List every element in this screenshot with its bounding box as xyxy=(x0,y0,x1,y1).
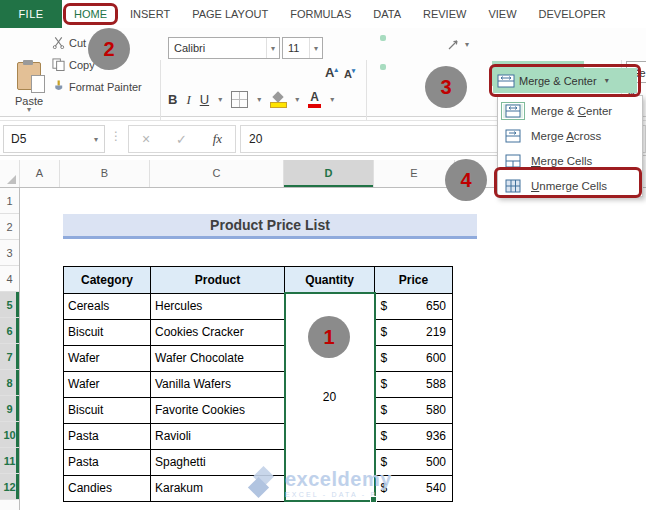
row-header-2[interactable]: 2 xyxy=(0,214,19,240)
bottom-align-button[interactable] xyxy=(389,35,395,41)
align-center-button[interactable] xyxy=(380,64,386,70)
category-cell[interactable]: Biscuit xyxy=(64,397,151,423)
borders-icon[interactable] xyxy=(231,91,248,108)
column-header-c[interactable]: C xyxy=(150,160,284,187)
fill-color-icon[interactable] xyxy=(270,92,286,108)
align-left-button[interactable] xyxy=(371,64,377,70)
price-value: $650 xyxy=(376,299,453,313)
font-size-value: 11 xyxy=(283,42,309,54)
font-color-icon[interactable]: A xyxy=(308,92,321,108)
annotation-box-unmerge-cells xyxy=(494,167,642,198)
product-cell[interactable]: Ravioli xyxy=(151,423,285,449)
tab-data[interactable]: DATA xyxy=(362,8,412,20)
menu-item-merge-across[interactable]: Merge Across xyxy=(498,123,642,148)
row-header-10[interactable]: 10 xyxy=(0,422,19,448)
tab-developer[interactable]: DEVELOPER xyxy=(528,8,617,20)
price-cell[interactable]: $588 xyxy=(375,371,453,397)
category-cell[interactable]: Wafer xyxy=(64,371,151,397)
column-header-d[interactable]: D xyxy=(284,160,374,187)
chevron-down-icon[interactable]: ▾ xyxy=(218,95,222,104)
table-row: PastaRavioli$936 xyxy=(64,423,453,449)
table-header-product[interactable]: Product xyxy=(151,267,285,294)
column-header-e[interactable]: E xyxy=(374,160,455,187)
select-all-button[interactable] xyxy=(0,160,20,187)
align-right-button[interactable] xyxy=(389,64,395,70)
decrease-font-size-button[interactable]: A▾ xyxy=(344,67,355,80)
tab-review[interactable]: REVIEW xyxy=(412,8,477,20)
product-cell[interactable]: Favorite Cookies xyxy=(151,397,285,423)
category-cell[interactable]: Candies xyxy=(64,475,151,501)
column-header-a[interactable]: A xyxy=(20,160,60,187)
chevron-down-icon[interactable]: ▾ xyxy=(295,95,299,104)
bold-button[interactable]: B xyxy=(168,92,177,107)
row-header-8[interactable]: 8 xyxy=(0,370,19,396)
ribbon-tab-bar: FILE HOMEINSERTPAGE LAYOUTFORMULASDATARE… xyxy=(0,0,646,28)
enter-icon[interactable]: ✓ xyxy=(176,132,187,147)
product-cell[interactable]: Wafer Chocolate xyxy=(151,345,285,371)
price-cell[interactable]: $936 xyxy=(375,423,453,449)
font-name-combobox[interactable]: Calibri ▾ xyxy=(168,37,280,59)
tab-formulas[interactable]: FORMULAS xyxy=(279,8,362,20)
italic-button[interactable]: I xyxy=(186,92,190,108)
price-value: $219 xyxy=(376,325,453,339)
font-format-row: B I U ▾ ▾ ▾ A ▾ xyxy=(168,91,334,108)
table-header-category[interactable]: Category xyxy=(64,267,151,294)
format-painter-icon xyxy=(52,80,65,93)
product-cell[interactable]: Hercules xyxy=(151,293,285,319)
row-header-4[interactable]: 4 xyxy=(0,266,19,292)
menu-item-merge-center[interactable]: Merge & Center xyxy=(498,98,642,123)
format-painter-button[interactable]: Format Painter xyxy=(52,80,142,93)
font-size-combobox[interactable]: 11 ▾ xyxy=(282,37,323,59)
tab-file[interactable]: FILE xyxy=(0,0,62,28)
chevron-down-icon[interactable]: ▾ xyxy=(257,95,261,104)
tab-home[interactable]: HOME xyxy=(63,3,118,25)
insert-function-icon[interactable]: fx xyxy=(213,131,222,147)
row-header-6[interactable]: 6 xyxy=(0,318,19,344)
underline-button[interactable]: U xyxy=(200,92,209,107)
price-value: $936 xyxy=(376,429,453,443)
cut-button[interactable]: Cut xyxy=(52,36,86,49)
name-box-value: D5 xyxy=(4,132,94,146)
font-size-adjust: A▴ A▾ xyxy=(325,65,355,80)
merge-center-button[interactable]: Merge & Center ▾ xyxy=(493,68,637,93)
product-cell[interactable]: Vanilla Wafers xyxy=(151,371,285,397)
name-box[interactable]: D5 ▾ xyxy=(3,125,105,153)
category-cell[interactable]: Cereals xyxy=(64,293,151,319)
row-header-5[interactable]: 5 xyxy=(0,292,19,318)
row-header-12[interactable]: 12 xyxy=(0,474,19,500)
tab-view[interactable]: VIEW xyxy=(477,8,527,20)
orientation-button[interactable]: ▾ xyxy=(447,38,469,51)
price-cell[interactable]: $600 xyxy=(375,345,453,371)
increase-font-size-button[interactable]: A▴ xyxy=(325,65,338,80)
font-name-value: Calibri xyxy=(169,42,266,54)
top-align-button[interactable] xyxy=(371,35,377,41)
menu-item-label: Merge Cells xyxy=(531,155,592,167)
price-cell[interactable]: $650 xyxy=(375,293,453,319)
row-header-11[interactable]: 11 xyxy=(0,448,19,474)
tab-page-layout[interactable]: PAGE LAYOUT xyxy=(181,8,279,20)
price-cell[interactable]: $580 xyxy=(375,397,453,423)
row-header-1[interactable]: 1 xyxy=(0,188,19,214)
table-header-quantity[interactable]: Quantity xyxy=(285,267,375,294)
category-cell[interactable]: Biscuit xyxy=(64,319,151,345)
chevron-down-icon[interactable]: ▾ xyxy=(330,95,334,104)
row-header-3[interactable]: 3 xyxy=(0,240,19,266)
table-header-price[interactable]: Price xyxy=(375,267,453,294)
category-cell[interactable]: Pasta xyxy=(64,449,151,475)
fill-handle[interactable] xyxy=(370,496,377,503)
middle-align-button[interactable] xyxy=(380,35,386,41)
row-header-7[interactable]: 7 xyxy=(0,344,19,370)
column-header-b[interactable]: B xyxy=(60,160,150,187)
chevron-down-icon: ▾ xyxy=(94,135,104,144)
category-cell[interactable]: Pasta xyxy=(64,423,151,449)
tab-insert[interactable]: INSERT xyxy=(119,8,181,20)
row-header-9[interactable]: 9 xyxy=(0,396,19,422)
price-cell[interactable]: $219 xyxy=(375,319,453,345)
product-cell[interactable]: Cookies Cracker xyxy=(151,319,285,345)
step-2-marker: 2 xyxy=(88,28,130,70)
cancel-icon[interactable]: × xyxy=(142,131,150,147)
step-4-marker: 4 xyxy=(445,159,487,201)
sheet-title-cell[interactable]: Product Price List xyxy=(63,214,477,239)
category-cell[interactable]: Wafer xyxy=(64,345,151,371)
merge-cells-icon xyxy=(503,154,523,168)
